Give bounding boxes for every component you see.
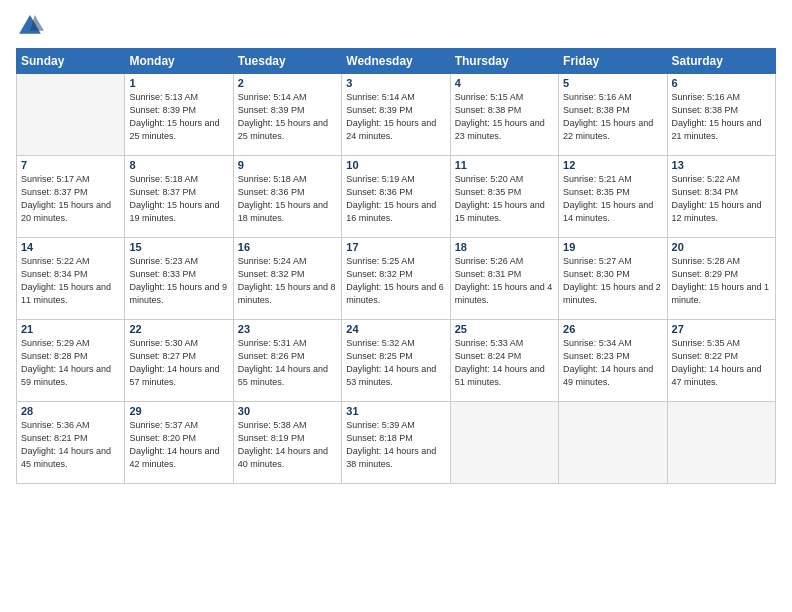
day-number: 19 <box>563 241 662 253</box>
calendar-cell: 13Sunrise: 5:22 AMSunset: 8:34 PMDayligh… <box>667 156 775 238</box>
cell-details: Sunrise: 5:20 AMSunset: 8:35 PMDaylight:… <box>455 173 554 225</box>
cell-details: Sunrise: 5:24 AMSunset: 8:32 PMDaylight:… <box>238 255 337 307</box>
calendar-cell: 20Sunrise: 5:28 AMSunset: 8:29 PMDayligh… <box>667 238 775 320</box>
calendar-cell: 24Sunrise: 5:32 AMSunset: 8:25 PMDayligh… <box>342 320 450 402</box>
day-header-wednesday: Wednesday <box>342 49 450 74</box>
day-number: 28 <box>21 405 120 417</box>
day-number: 25 <box>455 323 554 335</box>
calendar-cell: 8Sunrise: 5:18 AMSunset: 8:37 PMDaylight… <box>125 156 233 238</box>
calendar-cell: 16Sunrise: 5:24 AMSunset: 8:32 PMDayligh… <box>233 238 341 320</box>
calendar-cell: 5Sunrise: 5:16 AMSunset: 8:38 PMDaylight… <box>559 74 667 156</box>
calendar-cell: 11Sunrise: 5:20 AMSunset: 8:35 PMDayligh… <box>450 156 558 238</box>
day-number: 11 <box>455 159 554 171</box>
cell-details: Sunrise: 5:30 AMSunset: 8:27 PMDaylight:… <box>129 337 228 389</box>
cell-details: Sunrise: 5:16 AMSunset: 8:38 PMDaylight:… <box>563 91 662 143</box>
calendar-cell: 3Sunrise: 5:14 AMSunset: 8:39 PMDaylight… <box>342 74 450 156</box>
day-header-sunday: Sunday <box>17 49 125 74</box>
cell-details: Sunrise: 5:39 AMSunset: 8:18 PMDaylight:… <box>346 419 445 471</box>
cell-details: Sunrise: 5:19 AMSunset: 8:36 PMDaylight:… <box>346 173 445 225</box>
week-row-3: 14Sunrise: 5:22 AMSunset: 8:34 PMDayligh… <box>17 238 776 320</box>
calendar-cell: 19Sunrise: 5:27 AMSunset: 8:30 PMDayligh… <box>559 238 667 320</box>
calendar-cell: 6Sunrise: 5:16 AMSunset: 8:38 PMDaylight… <box>667 74 775 156</box>
calendar-page: SundayMondayTuesdayWednesdayThursdayFrid… <box>0 0 792 612</box>
cell-details: Sunrise: 5:25 AMSunset: 8:32 PMDaylight:… <box>346 255 445 307</box>
day-number: 9 <box>238 159 337 171</box>
calendar-cell: 14Sunrise: 5:22 AMSunset: 8:34 PMDayligh… <box>17 238 125 320</box>
cell-details: Sunrise: 5:14 AMSunset: 8:39 PMDaylight:… <box>346 91 445 143</box>
day-number: 3 <box>346 77 445 89</box>
calendar-cell: 9Sunrise: 5:18 AMSunset: 8:36 PMDaylight… <box>233 156 341 238</box>
day-number: 6 <box>672 77 771 89</box>
calendar-cell: 17Sunrise: 5:25 AMSunset: 8:32 PMDayligh… <box>342 238 450 320</box>
cell-details: Sunrise: 5:32 AMSunset: 8:25 PMDaylight:… <box>346 337 445 389</box>
day-number: 17 <box>346 241 445 253</box>
calendar-cell <box>17 74 125 156</box>
cell-details: Sunrise: 5:38 AMSunset: 8:19 PMDaylight:… <box>238 419 337 471</box>
calendar-cell: 4Sunrise: 5:15 AMSunset: 8:38 PMDaylight… <box>450 74 558 156</box>
week-row-2: 7Sunrise: 5:17 AMSunset: 8:37 PMDaylight… <box>17 156 776 238</box>
day-number: 2 <box>238 77 337 89</box>
cell-details: Sunrise: 5:18 AMSunset: 8:37 PMDaylight:… <box>129 173 228 225</box>
day-number: 27 <box>672 323 771 335</box>
logo <box>16 12 48 40</box>
day-number: 15 <box>129 241 228 253</box>
cell-details: Sunrise: 5:23 AMSunset: 8:33 PMDaylight:… <box>129 255 228 307</box>
day-number: 16 <box>238 241 337 253</box>
cell-details: Sunrise: 5:31 AMSunset: 8:26 PMDaylight:… <box>238 337 337 389</box>
cell-details: Sunrise: 5:29 AMSunset: 8:28 PMDaylight:… <box>21 337 120 389</box>
day-number: 21 <box>21 323 120 335</box>
day-number: 30 <box>238 405 337 417</box>
calendar-cell <box>559 402 667 484</box>
day-number: 5 <box>563 77 662 89</box>
calendar-cell: 30Sunrise: 5:38 AMSunset: 8:19 PMDayligh… <box>233 402 341 484</box>
calendar-cell: 15Sunrise: 5:23 AMSunset: 8:33 PMDayligh… <box>125 238 233 320</box>
calendar-cell: 12Sunrise: 5:21 AMSunset: 8:35 PMDayligh… <box>559 156 667 238</box>
week-row-5: 28Sunrise: 5:36 AMSunset: 8:21 PMDayligh… <box>17 402 776 484</box>
day-number: 8 <box>129 159 228 171</box>
day-number: 31 <box>346 405 445 417</box>
day-number: 13 <box>672 159 771 171</box>
cell-details: Sunrise: 5:13 AMSunset: 8:39 PMDaylight:… <box>129 91 228 143</box>
cell-details: Sunrise: 5:37 AMSunset: 8:20 PMDaylight:… <box>129 419 228 471</box>
calendar-cell: 23Sunrise: 5:31 AMSunset: 8:26 PMDayligh… <box>233 320 341 402</box>
day-header-saturday: Saturday <box>667 49 775 74</box>
cell-details: Sunrise: 5:22 AMSunset: 8:34 PMDaylight:… <box>21 255 120 307</box>
cell-details: Sunrise: 5:28 AMSunset: 8:29 PMDaylight:… <box>672 255 771 307</box>
day-header-friday: Friday <box>559 49 667 74</box>
calendar-cell: 31Sunrise: 5:39 AMSunset: 8:18 PMDayligh… <box>342 402 450 484</box>
day-header-monday: Monday <box>125 49 233 74</box>
cell-details: Sunrise: 5:18 AMSunset: 8:36 PMDaylight:… <box>238 173 337 225</box>
calendar-cell: 18Sunrise: 5:26 AMSunset: 8:31 PMDayligh… <box>450 238 558 320</box>
cell-details: Sunrise: 5:35 AMSunset: 8:22 PMDaylight:… <box>672 337 771 389</box>
day-number: 26 <box>563 323 662 335</box>
day-number: 29 <box>129 405 228 417</box>
day-header-thursday: Thursday <box>450 49 558 74</box>
cell-details: Sunrise: 5:17 AMSunset: 8:37 PMDaylight:… <box>21 173 120 225</box>
calendar-cell: 26Sunrise: 5:34 AMSunset: 8:23 PMDayligh… <box>559 320 667 402</box>
calendar-cell: 22Sunrise: 5:30 AMSunset: 8:27 PMDayligh… <box>125 320 233 402</box>
day-number: 10 <box>346 159 445 171</box>
cell-details: Sunrise: 5:16 AMSunset: 8:38 PMDaylight:… <box>672 91 771 143</box>
calendar-cell: 2Sunrise: 5:14 AMSunset: 8:39 PMDaylight… <box>233 74 341 156</box>
logo-icon <box>16 12 44 40</box>
day-number: 12 <box>563 159 662 171</box>
day-header-tuesday: Tuesday <box>233 49 341 74</box>
calendar-table: SundayMondayTuesdayWednesdayThursdayFrid… <box>16 48 776 484</box>
day-number: 23 <box>238 323 337 335</box>
calendar-cell <box>667 402 775 484</box>
cell-details: Sunrise: 5:27 AMSunset: 8:30 PMDaylight:… <box>563 255 662 307</box>
day-number: 18 <box>455 241 554 253</box>
day-number: 7 <box>21 159 120 171</box>
cell-details: Sunrise: 5:34 AMSunset: 8:23 PMDaylight:… <box>563 337 662 389</box>
calendar-cell: 28Sunrise: 5:36 AMSunset: 8:21 PMDayligh… <box>17 402 125 484</box>
day-number: 20 <box>672 241 771 253</box>
calendar-cell <box>450 402 558 484</box>
calendar-cell: 25Sunrise: 5:33 AMSunset: 8:24 PMDayligh… <box>450 320 558 402</box>
day-number: 1 <box>129 77 228 89</box>
calendar-cell: 1Sunrise: 5:13 AMSunset: 8:39 PMDaylight… <box>125 74 233 156</box>
cell-details: Sunrise: 5:36 AMSunset: 8:21 PMDaylight:… <box>21 419 120 471</box>
calendar-cell: 27Sunrise: 5:35 AMSunset: 8:22 PMDayligh… <box>667 320 775 402</box>
calendar-cell: 29Sunrise: 5:37 AMSunset: 8:20 PMDayligh… <box>125 402 233 484</box>
calendar-cell: 10Sunrise: 5:19 AMSunset: 8:36 PMDayligh… <box>342 156 450 238</box>
day-number: 4 <box>455 77 554 89</box>
